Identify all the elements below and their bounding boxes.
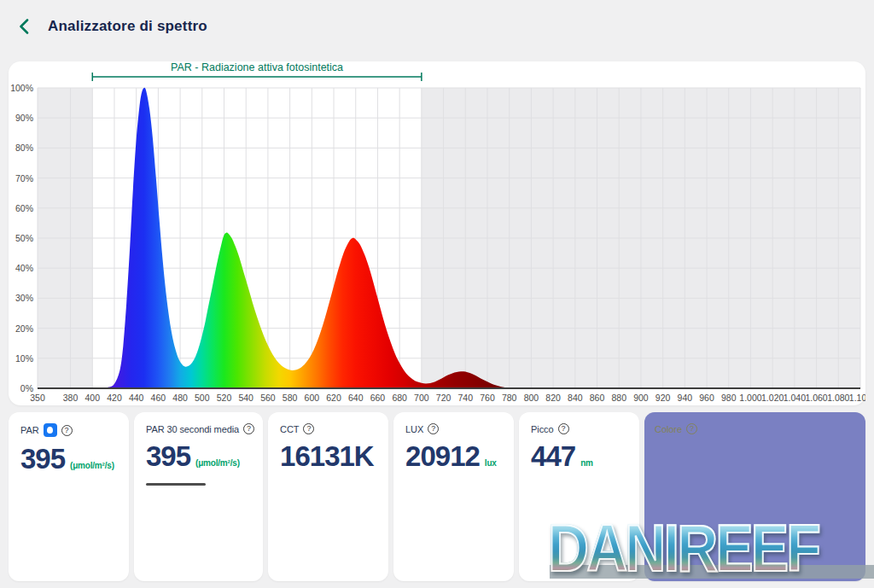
svg-text:90%: 90% <box>15 113 33 123</box>
svg-text:600: 600 <box>305 393 320 403</box>
svg-text:880: 880 <box>611 393 626 403</box>
card-par: PAR ? 395 (μmol/m²/s) <box>9 412 129 581</box>
help-icon[interactable]: ? <box>686 423 697 434</box>
cct-value: 16131K <box>280 442 374 470</box>
svg-text:620: 620 <box>326 393 341 403</box>
svg-text:400: 400 <box>85 393 101 403</box>
svg-text:100%: 100% <box>10 83 33 93</box>
spectrum-chart: 0%10%20%30%40%50%60%70%80%90%100%3503804… <box>9 61 865 405</box>
help-icon[interactable]: ? <box>303 423 314 434</box>
card-par-label: PAR <box>20 425 39 435</box>
svg-text:50%: 50% <box>15 233 33 243</box>
svg-text:960: 960 <box>699 393 714 403</box>
chevron-left-icon <box>19 19 29 34</box>
par-unit: (μmol/m²/s) <box>70 461 114 470</box>
svg-text:20%: 20% <box>15 323 33 334</box>
svg-text:580: 580 <box>283 393 298 403</box>
svg-text:740: 740 <box>458 393 474 403</box>
header: Analizzatore di spettro <box>0 0 874 53</box>
svg-text:30%: 30% <box>15 293 33 303</box>
svg-text:480: 480 <box>172 393 188 403</box>
svg-text:980: 980 <box>721 393 737 403</box>
svg-text:380: 380 <box>63 393 79 403</box>
picco-value: 447 <box>531 442 575 470</box>
card-lux-label: LUX <box>405 424 423 434</box>
card-par-value-row: 395 (μmol/m²/s) <box>20 445 120 473</box>
help-icon[interactable]: ? <box>428 423 439 434</box>
svg-text:560: 560 <box>260 393 276 403</box>
picco-unit: nm <box>580 458 593 468</box>
spectrum-chart-panel: 0%10%20%30%40%50%60%70%80%90%100%3503804… <box>9 61 865 405</box>
svg-text:700: 700 <box>414 393 429 403</box>
svg-text:350: 350 <box>30 393 45 403</box>
card-par-average-value-row: 395 (μmol/m²/s) <box>146 442 254 470</box>
svg-text:1.100: 1.100 <box>849 393 865 403</box>
svg-text:660: 660 <box>370 393 386 403</box>
page-title: Analizzatore di spettro <box>48 18 207 35</box>
help-icon[interactable]: ? <box>558 423 569 434</box>
back-button[interactable] <box>14 16 34 37</box>
lux-unit: lux <box>485 458 497 468</box>
average-progress-bar <box>146 483 206 486</box>
svg-text:920: 920 <box>656 393 671 403</box>
svg-text:40%: 40% <box>15 263 33 273</box>
card-picco-label: Picco <box>531 424 553 434</box>
svg-text:1.000: 1.000 <box>739 393 761 403</box>
help-icon[interactable]: ? <box>243 423 254 434</box>
svg-text:780: 780 <box>502 393 517 403</box>
danireef-watermark: DANIREEF <box>548 515 819 581</box>
water-drop-badge-icon <box>44 423 57 437</box>
svg-text:PAR - Radiazione attiva fotosi: PAR - Radiazione attiva fotosintetica <box>171 61 343 73</box>
svg-text:640: 640 <box>348 393 364 403</box>
svg-text:900: 900 <box>633 393 649 403</box>
card-par-header: PAR ? <box>20 423 120 437</box>
svg-text:520: 520 <box>217 393 232 403</box>
card-par-average-label: PAR 30 secondi media <box>146 424 239 434</box>
card-cct-value-row: 16131K <box>280 442 380 470</box>
svg-text:800: 800 <box>524 393 539 403</box>
card-cct-label: CCT <box>280 424 299 434</box>
card-cct: CCT ? 16131K <box>268 412 388 581</box>
card-par-average-header: PAR 30 secondi media ? <box>146 423 254 434</box>
svg-text:10%: 10% <box>15 353 33 364</box>
card-colore-label: Colore <box>655 424 682 434</box>
svg-text:840: 840 <box>568 393 583 403</box>
card-lux-header: LUX ? <box>405 423 505 434</box>
svg-text:540: 540 <box>238 393 253 403</box>
lux-value: 20912 <box>405 442 480 470</box>
svg-text:940: 940 <box>678 393 693 403</box>
svg-text:720: 720 <box>436 393 452 403</box>
par-average-unit: (μmol/m²/s) <box>195 458 240 468</box>
svg-text:500: 500 <box>195 393 210 403</box>
svg-text:860: 860 <box>590 393 605 403</box>
svg-text:420: 420 <box>107 393 122 403</box>
card-picco-header: Picco ? <box>531 423 631 434</box>
card-picco-value-row: 447 nm <box>531 442 631 470</box>
card-colore-header: Colore ? <box>655 423 855 434</box>
svg-text:1.080: 1.080 <box>827 393 849 403</box>
svg-text:80%: 80% <box>15 143 33 153</box>
help-icon[interactable]: ? <box>61 425 73 436</box>
card-lux-value-row: 20912 lux <box>405 442 505 470</box>
card-cct-header: CCT ? <box>280 423 380 434</box>
svg-text:1.040: 1.040 <box>784 393 806 403</box>
par-average-value: 395 <box>146 442 190 470</box>
svg-text:70%: 70% <box>15 173 33 183</box>
svg-text:820: 820 <box>545 393 561 403</box>
par-value: 395 <box>20 445 65 473</box>
svg-text:1.060: 1.060 <box>805 393 827 403</box>
svg-text:460: 460 <box>151 393 166 403</box>
card-lux: LUX ? 20912 lux <box>393 412 514 581</box>
svg-text:440: 440 <box>129 393 144 403</box>
svg-text:1.020: 1.020 <box>761 393 784 403</box>
svg-text:760: 760 <box>480 393 495 403</box>
svg-text:60%: 60% <box>15 203 33 213</box>
card-par-average: PAR 30 secondi media ? 395 (μmol/m²/s) <box>134 412 263 581</box>
svg-text:680: 680 <box>392 393 407 403</box>
